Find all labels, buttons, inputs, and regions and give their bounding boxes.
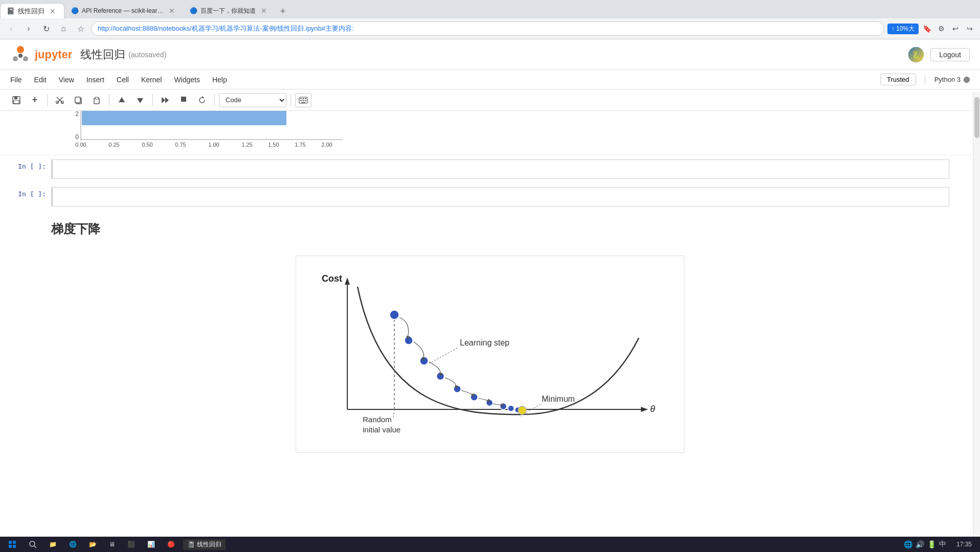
menu-cell[interactable]: Cell	[117, 74, 129, 86]
restart-button[interactable]	[194, 93, 210, 107]
back-button[interactable]: ‹	[4, 21, 18, 36]
svg-point-54	[405, 336, 413, 344]
jupyter-header: jupyter 线性回归 (autosaved) 🐍 Logout	[0, 39, 980, 70]
tab-close-2[interactable]: ✕	[167, 6, 177, 16]
move-down-button[interactable]	[132, 93, 148, 107]
svg-point-75	[30, 541, 35, 546]
taskbar-cmd[interactable]: ⬛	[123, 540, 139, 549]
taskbar-battery-icon[interactable]: 🔋	[927, 540, 936, 548]
svg-rect-74	[13, 545, 16, 548]
forward-button[interactable]: ›	[21, 21, 36, 36]
svg-text:0.25: 0.25	[108, 142, 119, 147]
stop-button[interactable]	[175, 93, 192, 107]
toolbar: + Code Markdown Raw NBConvert	[0, 89, 980, 111]
tab-favicon-3: 🔵	[190, 7, 197, 14]
menu-edit[interactable]: Edit	[34, 74, 47, 86]
tab-close-3[interactable]: ✕	[259, 6, 269, 16]
taskbar-clock[interactable]: 17:35	[952, 541, 976, 548]
menu-widgets[interactable]: Widgets	[174, 74, 200, 86]
tab-active[interactable]: 📓 线性回归 ✕	[0, 3, 64, 18]
tab-2[interactable]: 🔵 API Reference — scikit-learn ... ✕	[65, 3, 183, 18]
tab-favicon-2: 🔵	[71, 7, 79, 14]
browser-actions: ↑ 10%大 🔖 ⚙ ↩ ↪	[887, 22, 976, 35]
cell-input-1[interactable]	[51, 159, 949, 179]
add-cell-button[interactable]: +	[27, 93, 43, 107]
address-bar[interactable]: http://localhost:8888/notebooks/机器学习/机器学…	[91, 21, 884, 36]
run-all-button[interactable]	[157, 93, 173, 107]
svg-rect-8	[14, 97, 17, 99]
taskbar-excel[interactable]: 📊	[143, 540, 159, 549]
svg-point-60	[500, 403, 507, 410]
taskbar-explorer[interactable]: 📁	[45, 540, 61, 549]
toolbar-sep-1	[47, 94, 48, 106]
taskbar-edge[interactable]: 🌐	[65, 540, 81, 549]
save-button[interactable]	[8, 93, 25, 107]
paste-button[interactable]	[88, 93, 105, 107]
taskbar-files[interactable]: 📂	[85, 540, 101, 549]
keyboard-button[interactable]	[295, 93, 311, 107]
bookmark-button[interactable]: ☆	[74, 21, 88, 36]
menu-view[interactable]: View	[59, 74, 74, 86]
menu-kernel[interactable]: Kernel	[141, 74, 162, 86]
logout-button[interactable]: Logout	[930, 48, 970, 61]
taskbar-vscode[interactable]: 🖥	[105, 540, 119, 549]
svg-marker-19	[137, 98, 143, 103]
svg-rect-73	[9, 545, 12, 548]
svg-point-2	[23, 56, 28, 61]
tab-label-1: 线性回归	[18, 7, 44, 16]
translate-button[interactable]: ↑ 10%大	[887, 24, 919, 34]
svg-point-57	[454, 385, 461, 393]
menu-file[interactable]: File	[10, 74, 22, 86]
tab-label-2: API Reference — scikit-learn ...	[82, 7, 164, 14]
taskbar: 📁 🌐 📂 🖥 ⬛ 📊 🔴 📓 线性回归 🌐 🔊 🔋 中 17:35	[0, 537, 980, 552]
taskbar-ppt[interactable]: 🔴	[163, 540, 179, 549]
ext-icon-3[interactable]: ↩	[949, 22, 962, 35]
scrollbar-thumb[interactable]	[974, 97, 979, 138]
menu-help[interactable]: Help	[212, 74, 227, 86]
taskbar-lang-icon[interactable]: 中	[939, 540, 946, 549]
svg-marker-23	[202, 96, 205, 98]
trusted-button[interactable]: Trusted	[880, 74, 916, 85]
toolbar-sep-4	[214, 94, 215, 106]
python-logo: 🐍	[908, 47, 924, 63]
tab-3[interactable]: 🔵 百度一下，你就知道 ✕	[184, 3, 275, 18]
new-tab-button[interactable]: +	[276, 4, 290, 18]
taskbar-jupyter[interactable]: 📓 线性回归	[183, 539, 226, 550]
svg-point-55	[420, 357, 428, 365]
jupyter-logo: jupyter	[10, 44, 72, 65]
move-up-button[interactable]	[114, 93, 130, 107]
notebook-title: 线性回归	[80, 47, 125, 62]
menu-insert[interactable]: Insert	[86, 74, 104, 86]
refresh-button[interactable]: ↻	[39, 21, 53, 36]
svg-text:1.25: 1.25	[241, 142, 252, 147]
svg-marker-49	[641, 407, 648, 412]
right-scrollbar[interactable]	[973, 92, 980, 537]
svg-rect-9	[14, 100, 19, 104]
ext-icon-2[interactable]: ⚙	[935, 22, 947, 35]
svg-rect-17	[95, 97, 98, 99]
svg-rect-72	[13, 541, 16, 544]
ext-icon-1[interactable]: 🔖	[921, 22, 933, 35]
jupyter-text: jupyter	[35, 48, 72, 61]
svg-marker-47	[345, 278, 350, 285]
menu-right: Trusted | Python 3	[880, 74, 970, 85]
svg-point-3	[18, 54, 23, 58]
toolbar-sep-3	[152, 94, 153, 106]
home-button[interactable]: ⌂	[56, 21, 71, 36]
cut-button[interactable]	[52, 93, 68, 107]
taskbar-network-icon[interactable]: 🌐	[904, 540, 912, 548]
svg-rect-32	[82, 111, 286, 125]
cell-label-2: In [ ]:	[0, 187, 51, 206]
taskbar-search[interactable]	[25, 539, 41, 549]
tab-close-1[interactable]: ✕	[48, 6, 58, 16]
cell-input-2[interactable]	[51, 187, 949, 206]
taskbar-start[interactable]	[4, 539, 20, 549]
taskbar-sound-icon[interactable]: 🔊	[916, 540, 924, 548]
ext-icon-4[interactable]: ↪	[964, 22, 976, 35]
copy-button[interactable]	[70, 93, 86, 107]
cell-type-select[interactable]: Code Markdown Raw NBConvert	[219, 93, 286, 107]
svg-point-1	[13, 56, 18, 61]
svg-text:🐍: 🐍	[912, 51, 921, 59]
cost-label: Cost	[322, 273, 342, 284]
svg-line-70	[393, 410, 394, 417]
